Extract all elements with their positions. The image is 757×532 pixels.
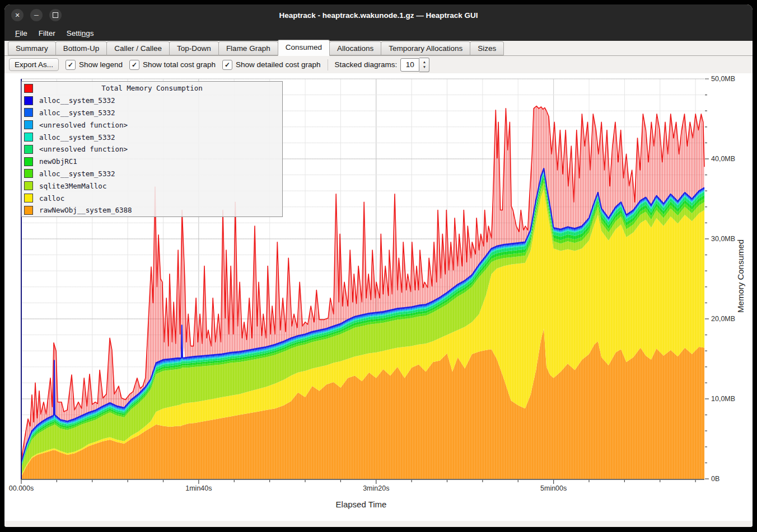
legend-item: newObjRC1 (22, 156, 282, 168)
menu-item-settings[interactable]: Settings (62, 27, 99, 39)
minimize-button[interactable]: ─ (30, 9, 43, 21)
spin-down-icon[interactable]: ▼ (423, 65, 426, 69)
legend-item: alloc__system_5332 (22, 131, 282, 143)
legend-item: alloc__system_5332 (22, 107, 282, 119)
checkbox-label: Show total cost graph (143, 60, 216, 69)
y-axis-title: Memory Consumed (736, 239, 745, 313)
legend-label: alloc__system_5332 (39, 133, 115, 142)
x-tick-label: 3min20s (363, 484, 389, 492)
checkbox-box[interactable]: ✓ (129, 60, 139, 70)
tab-bottom-up[interactable]: Bottom-Up (55, 41, 108, 55)
tab-flame-graph[interactable]: Flame Graph (218, 41, 278, 55)
spin-up-icon[interactable]: ▲ (423, 60, 426, 64)
export-as-button[interactable]: Export As... (9, 58, 59, 71)
close-button[interactable]: ✕ (11, 9, 24, 21)
y-tick-label: 30,0MB (711, 235, 735, 243)
checkbox-label: Show detailed cost graph (236, 60, 321, 69)
legend-swatch (24, 157, 33, 166)
tab-consumed[interactable]: Consumed (278, 40, 330, 56)
checkbox-label: Show legend (79, 60, 123, 69)
y-tick-label: 0B (711, 475, 719, 483)
checkbox-show-detailed-cost-graph[interactable]: ✓Show detailed cost graph (222, 60, 321, 70)
legend-label: rawNewObj__system_6388 (39, 206, 132, 214)
legend-item: alloc__system_5332 (22, 168, 282, 180)
legend-item: rawNewObj__system_6388 (22, 204, 282, 216)
legend-item: <unresolved function> (22, 143, 282, 156)
legend-swatch (24, 96, 33, 105)
legend-swatch (24, 206, 33, 215)
legend-swatch (24, 169, 33, 178)
maximize-icon (53, 12, 58, 18)
stacked-diagrams-stepper[interactable]: 10 ▲ ▼ (400, 58, 429, 72)
window-title: Heaptrack - heaptrack.wakunode.1.gz — He… (279, 11, 478, 20)
tab-bar: SummaryBottom-UpCaller / CalleeTop-DownF… (4, 41, 753, 56)
legend-item: alloc__system_5332 (22, 95, 282, 107)
menu-item-file[interactable]: File (10, 27, 32, 39)
app-window: ✕ ─ Heaptrack - heaptrack.wakunode.1.gz … (4, 4, 753, 527)
x-axis-title: Elapsed Time (4, 500, 718, 509)
menu-item-filter[interactable]: Filter (34, 27, 60, 39)
close-icon: ✕ (15, 12, 20, 18)
checkbox-show-total-cost-graph[interactable]: ✓Show total cost graph (129, 60, 216, 70)
legend-title-row: Total Memory Consumption (22, 82, 282, 95)
stacked-diagrams-label: Stacked diagrams: (335, 60, 398, 69)
legend-label: newObjRC1 (39, 157, 77, 166)
legend-item: calloc (22, 192, 282, 204)
stacked-diagrams-value[interactable]: 10 (400, 58, 419, 72)
legend-label: <unresolved function> (39, 121, 128, 129)
tab-top-down[interactable]: Top-Down (169, 41, 219, 55)
legend-title: Total Memory Consumption (22, 84, 282, 92)
legend-swatch (24, 194, 33, 203)
legend-label: <unresolved function> (39, 145, 128, 153)
legend-swatch (24, 133, 33, 142)
title-bar[interactable]: ✕ ─ Heaptrack - heaptrack.wakunode.1.gz … (4, 4, 753, 26)
legend-label: alloc__system_5332 (39, 96, 115, 105)
legend-label: alloc__system_5332 (39, 109, 115, 117)
legend-swatch (24, 181, 33, 190)
toolbar-separator (328, 59, 328, 70)
checkbox-box[interactable]: ✓ (66, 60, 76, 70)
y-tick-label: 50,0MB (711, 75, 735, 83)
legend-label: alloc__system_5332 (39, 170, 115, 178)
x-tick-label: 1min40s (185, 484, 212, 492)
y-tick-label: 20,0MB (711, 315, 735, 323)
toolbar: Export As... ✓Show legend✓Show total cos… (4, 56, 753, 73)
checkbox-show-legend[interactable]: ✓Show legend (66, 60, 123, 70)
tab-caller-callee[interactable]: Caller / Callee (106, 41, 170, 55)
maximize-button[interactable] (49, 9, 62, 21)
legend-item: sqlite3MemMalloc (22, 180, 282, 192)
checkbox-box[interactable]: ✓ (222, 60, 232, 70)
stepper-arrows[interactable]: ▲ ▼ (419, 58, 429, 72)
chart-area: Total Memory Consumption alloc__system_5… (4, 73, 753, 521)
legend-swatch (24, 145, 33, 154)
tab-temporary-allocations[interactable]: Temporary Allocations (381, 41, 470, 55)
tab-sizes[interactable]: Sizes (470, 41, 504, 55)
x-tick-label: 00.000s (9, 484, 34, 492)
y-tick-label: 10,0MB (711, 395, 735, 403)
legend-item: <unresolved function> (22, 119, 282, 131)
legend-swatch (24, 108, 33, 117)
y-tick-label: 40,0MB (711, 155, 735, 163)
legend-swatch (24, 120, 33, 129)
menu-bar: FileFilterSettings (4, 26, 753, 41)
x-tick-label: 5min00s (540, 484, 567, 492)
tab-summary[interactable]: Summary (8, 41, 56, 55)
tab-allocations[interactable]: Allocations (329, 41, 381, 55)
chart-legend: Total Memory Consumption alloc__system_5… (21, 81, 283, 217)
legend-label: calloc (39, 194, 64, 203)
legend-label: sqlite3MemMalloc (39, 182, 106, 190)
minimize-icon: ─ (34, 12, 39, 18)
